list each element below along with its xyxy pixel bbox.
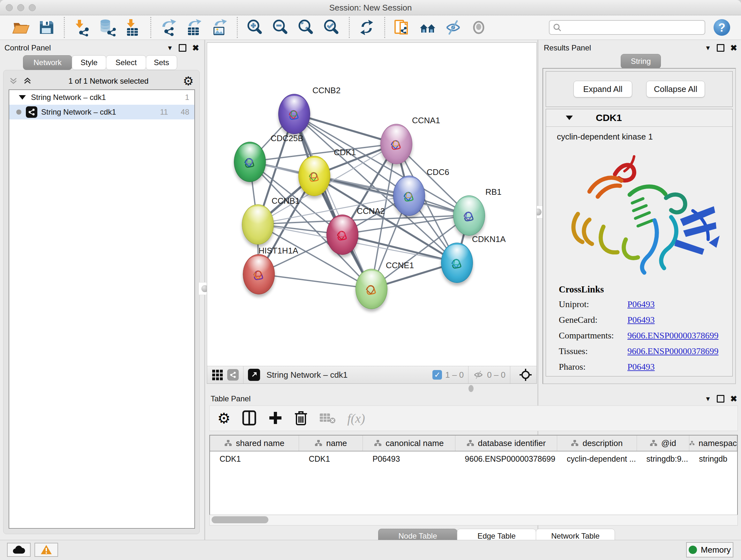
- tab-select[interactable]: Select: [106, 55, 146, 70]
- zoom-out-button[interactable]: [271, 18, 290, 37]
- zoom-selected-button[interactable]: [322, 18, 341, 37]
- collapse-panel-icon[interactable]: ▼: [166, 44, 173, 52]
- column-header-canonical-name[interactable]: canonical name: [363, 435, 455, 451]
- delete-column-trash-icon[interactable]: [294, 410, 308, 427]
- crosslink-link[interactable]: 9606.ENSP00000378699: [627, 330, 718, 341]
- table-cell[interactable]: 9606.ENSP00000378699: [455, 451, 557, 466]
- column-header-description[interactable]: description: [557, 435, 637, 451]
- column-header-shared-name[interactable]: shared name: [210, 435, 299, 451]
- tab-sets[interactable]: Sets: [146, 55, 177, 70]
- add-column-icon[interactable]: [268, 410, 283, 427]
- column-header-namespac[interactable]: namespac: [689, 435, 737, 451]
- tab-style[interactable]: Style: [72, 55, 106, 70]
- crosslink-link[interactable]: 9606.ENSP00000378699: [627, 346, 718, 356]
- table-cell[interactable]: P06493: [363, 451, 455, 466]
- crosslink-link[interactable]: P06493: [627, 299, 655, 309]
- crosslink-label: Uniprot:: [559, 299, 627, 309]
- cdk1-entry-header[interactable]: CDK1: [546, 109, 732, 127]
- window-title: Session: New Session: [0, 3, 741, 13]
- network-node-ccne1[interactable]: [355, 269, 387, 309]
- network-node-cdc25b[interactable]: [234, 142, 266, 182]
- float-panel-icon[interactable]: [179, 44, 186, 52]
- network-node-cdk1[interactable]: [298, 156, 330, 196]
- network-node-ccna1[interactable]: [381, 124, 412, 164]
- crosslink-link[interactable]: P06493: [627, 362, 655, 372]
- zoom-in-button[interactable]: [246, 18, 264, 37]
- grayed-eye-button[interactable]: [470, 18, 488, 37]
- network-node-rb1[interactable]: [453, 195, 485, 236]
- fit-content-crosshair-icon[interactable]: [519, 368, 532, 381]
- export-network-button[interactable]: [159, 18, 178, 37]
- table-cell[interactable]: stringdb: [689, 451, 737, 466]
- warning-status-button[interactable]: [35, 543, 58, 557]
- close-panel-icon[interactable]: ✖: [192, 43, 199, 53]
- tab-string[interactable]: String: [621, 54, 661, 69]
- scrollbar-thumb[interactable]: [212, 516, 268, 523]
- network-node-ccnb2[interactable]: [278, 94, 310, 134]
- birdseye-view-icon[interactable]: [248, 369, 260, 381]
- entry-collapse-icon[interactable]: [566, 116, 573, 120]
- network-collection-count: 1: [185, 93, 189, 102]
- toolbar-divider: [510, 366, 510, 383]
- import-network-database-button[interactable]: [98, 18, 117, 37]
- column-header-name[interactable]: name: [299, 435, 363, 451]
- network-node-cdkn1a[interactable]: [441, 243, 473, 283]
- collapse-panel-icon[interactable]: ▼: [704, 44, 711, 52]
- tab-network[interactable]: Network: [23, 55, 72, 70]
- network-node-ccna2[interactable]: [327, 214, 358, 255]
- status-bar: Memory: [0, 540, 741, 560]
- expand-all-icon[interactable]: [23, 76, 34, 86]
- show-columns-icon[interactable]: [242, 410, 257, 427]
- table-cell[interactable]: CDK1: [210, 451, 299, 466]
- memory-button[interactable]: Memory: [686, 542, 733, 557]
- open-session-button[interactable]: [12, 18, 30, 37]
- import-network-file-button[interactable]: [73, 18, 91, 37]
- search-input[interactable]: [562, 23, 704, 32]
- close-panel-icon[interactable]: ✖: [730, 394, 737, 404]
- network-row[interactable]: String Network – cdk1 11 48: [9, 105, 194, 119]
- column-header--id[interactable]: @id: [637, 435, 690, 451]
- save-session-button[interactable]: [37, 18, 56, 37]
- table-cell[interactable]: stringdb:9...: [637, 451, 690, 466]
- float-panel-icon[interactable]: [717, 395, 724, 402]
- crosslink-label: GeneCard:: [559, 315, 627, 325]
- column-header-database-identifier[interactable]: database identifier: [455, 435, 557, 451]
- selected-nodes-checkbox-icon[interactable]: ✓: [432, 370, 442, 380]
- hide-details-eye-button[interactable]: [444, 18, 463, 37]
- table-cell[interactable]: cyclin-dependent ...: [557, 451, 637, 466]
- table-cell[interactable]: CDK1: [299, 451, 363, 466]
- refresh-button[interactable]: [358, 18, 376, 37]
- collapse-all-button[interactable]: Collapse All: [646, 81, 705, 98]
- zoom-fit-button[interactable]: [297, 18, 315, 37]
- toolbar-separator: [237, 17, 238, 38]
- help-button[interactable]: ?: [714, 19, 730, 36]
- network-edge[interactable]: [259, 274, 371, 289]
- home-networks-button[interactable]: [419, 18, 437, 37]
- float-panel-icon[interactable]: [717, 44, 724, 52]
- network-edge[interactable]: [294, 114, 371, 289]
- table-horizontal-scrollbar[interactable]: [209, 515, 738, 525]
- export-image-button[interactable]: [210, 18, 229, 37]
- cloud-status-button[interactable]: [7, 543, 30, 557]
- network-canvas[interactable]: CCNB2CCNA1CDC25BCDK1CDC6RB1CCNB1CCNA2CDK…: [207, 43, 536, 366]
- expand-all-button[interactable]: Expand All: [574, 81, 632, 98]
- crosslink-link[interactable]: P06493: [627, 315, 655, 325]
- collapse-all-icon[interactable]: [9, 76, 20, 86]
- tree-expand-icon[interactable]: [19, 95, 26, 100]
- network-node-hist1h1a[interactable]: [243, 254, 275, 294]
- network-node-cdc6[interactable]: [393, 176, 425, 216]
- horizontal-splitter-handle[interactable]: [468, 385, 474, 392]
- table-settings-gear-icon[interactable]: ⚙: [217, 410, 230, 427]
- network-node-ccnb1[interactable]: [242, 204, 274, 245]
- collapse-panel-icon[interactable]: ▼: [704, 395, 711, 402]
- gear-icon[interactable]: ⚙: [183, 75, 194, 87]
- share-document-button[interactable]: [393, 18, 412, 37]
- import-table-button[interactable]: [124, 18, 142, 37]
- share-view-icon[interactable]: [227, 369, 239, 381]
- close-panel-icon[interactable]: ✖: [730, 43, 737, 53]
- results-panel-title: Results Panel: [544, 44, 591, 52]
- network-collection-row[interactable]: String Network – cdk1 1: [9, 90, 194, 105]
- table-row[interactable]: CDK1CDK1P064939606.ENSP00000378699cyclin…: [210, 451, 737, 466]
- grid-view-icon[interactable]: [212, 370, 223, 380]
- export-table-button[interactable]: [185, 18, 203, 37]
